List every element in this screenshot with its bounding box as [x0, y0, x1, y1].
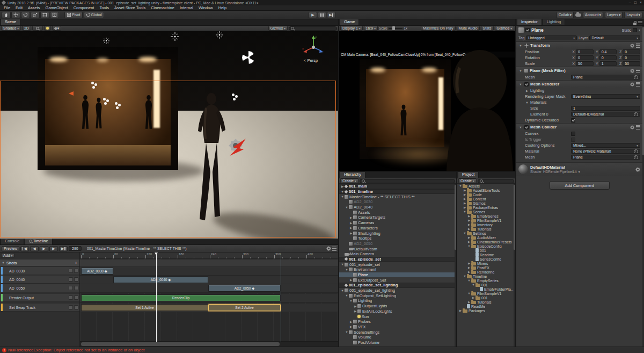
tag-dropdown[interactable]: Untagged▾ — [526, 35, 577, 40]
project-item[interactable]: ▶Code — [457, 192, 515, 197]
hierarchy-item[interactable]: 001_episode_set — [339, 257, 456, 262]
object-picker-icon[interactable] — [634, 149, 638, 154]
character-silhouette[interactable] — [143, 93, 155, 131]
project-item[interactable]: 001 — [457, 248, 515, 253]
shading-mode-dropdown[interactable]: Shaded▾ — [1, 26, 21, 31]
timeline-play-button[interactable]: ▶ — [40, 246, 48, 251]
vector-field[interactable]: 0 — [599, 55, 617, 60]
tab-game[interactable]: Game — [340, 19, 359, 25]
physic-material-field[interactable]: None (Physic Material) — [571, 149, 640, 154]
timeline-track-header[interactable]: Set Swap Track — [0, 304, 79, 312]
timeline-track-header[interactable]: AD_0050 — [0, 284, 79, 292]
timeline-track-header[interactable]: AD_0040 — [0, 276, 79, 284]
menu-gameobject[interactable]: GameObject — [43, 5, 71, 11]
close-button[interactable]: × — [640, 0, 642, 5]
project-item[interactable]: ▶Packages — [457, 308, 515, 313]
mute-icon[interactable] — [69, 305, 73, 309]
vector-field[interactable]: 0 — [623, 49, 640, 54]
hierarchy-tree[interactable]: ▶001_main▼001_timeline▼MasterTimeline - … — [339, 184, 456, 347]
active-checkbox[interactable] — [525, 28, 530, 32]
component-enabled-checkbox[interactable] — [524, 125, 529, 129]
scene-viewport[interactable]: y x < Persp — [0, 31, 338, 239]
fold-icon[interactable]: ▼ — [471, 283, 475, 286]
fold-icon[interactable]: ▶ — [349, 216, 353, 219]
project-item[interactable]: EmptyFolderPlaceholder — [457, 287, 515, 291]
convex-checkbox[interactable] — [571, 132, 575, 136]
settings-gizmo-icon[interactable] — [224, 136, 248, 158]
lock-icon[interactable] — [74, 296, 78, 300]
timeline-clip[interactable]: Set 1 Active — [81, 304, 208, 311]
minimize-button[interactable]: – — [629, 0, 631, 5]
vector-field[interactable]: 0 — [576, 49, 594, 54]
inspector-menu-icon[interactable] — [638, 21, 642, 25]
project-item[interactable]: Readme — [457, 253, 515, 257]
hierarchy-item[interactable]: ▶001_main — [339, 184, 456, 189]
vfx-gizmo-icon[interactable] — [241, 51, 255, 64]
hierarchy-item[interactable]: ▼MasterTimeline - ** SELECT THIS ** — [339, 194, 456, 199]
hierarchy-item[interactable]: ▶Probes — [339, 319, 456, 325]
main-character-silhouette[interactable] — [189, 91, 234, 229]
add-clip-button[interactable]: + — [75, 261, 78, 265]
hierarchy-item[interactable]: ▶ExtOutpost_Set — [339, 277, 456, 283]
timeline-clip-area[interactable]: 060120180240300360420 AD2_0030 ◆AD2_0040… — [80, 253, 338, 347]
mute-icon[interactable] — [69, 296, 73, 300]
mesh-renderer-component-header[interactable]: ▼ Mesh Renderer — [516, 80, 642, 88]
project-item[interactable]: ▶Content — [457, 197, 515, 201]
component-enabled-checkbox[interactable] — [524, 82, 529, 87]
display-dropdown[interactable]: Display 1▾ — [340, 26, 363, 31]
timeline-clip[interactable]: AD2_0040 ◆ — [113, 276, 208, 283]
next-frame-button[interactable]: ▶ — [49, 246, 58, 251]
vector-field[interactable]: 0.4 — [599, 49, 617, 54]
layers-dropdown[interactable]: Layers▾ — [605, 12, 623, 18]
light-gizmo-cluster[interactable] — [232, 93, 235, 96]
light-gizmo-icon[interactable] — [216, 31, 223, 39]
tab-lighting[interactable]: Lighting — [543, 19, 565, 25]
hierarchy-item[interactable]: ▼001_timeline — [339, 189, 456, 194]
mesh-collider-component-header[interactable]: ▼ Mesh Collider — [516, 123, 642, 131]
project-item[interactable]: ▶FilmSampleV1 — [457, 218, 515, 222]
menu-window[interactable]: Window — [196, 5, 216, 11]
gear-icon[interactable] — [630, 82, 634, 87]
vector-field[interactable]: 50 — [576, 61, 594, 66]
tab-scene[interactable]: Scene — [1, 19, 20, 25]
project-item[interactable]: ▶PostFX — [457, 265, 515, 270]
fold-icon[interactable]: ▶ — [349, 325, 353, 328]
layout-dropdown[interactable]: Layout▾ — [624, 12, 642, 18]
lighting-toggle[interactable] — [44, 26, 51, 31]
go-to-start-button[interactable]: ◀ — [20, 246, 29, 251]
vector-field[interactable]: 50 — [623, 61, 640, 66]
project-tree[interactable]: ▼Assets▶AssetStoreTools▶Code▶Content▶Giz… — [457, 184, 515, 347]
project-item[interactable]: ▼Settings — [457, 231, 515, 235]
mute-icon[interactable] — [69, 269, 73, 273]
timeline-horizontal-scrollbar[interactable] — [80, 341, 338, 347]
fold-icon[interactable]: ▶ — [467, 262, 471, 265]
spotlight-gizmo-icon[interactable] — [69, 91, 74, 96]
scene-search-input[interactable] — [289, 26, 337, 31]
hierarchy-item[interactable]: Main Camera — [339, 251, 456, 257]
fold-icon[interactable]: ▼ — [340, 195, 345, 198]
project-item[interactable]: ▶Rendering — [457, 270, 515, 274]
project-item[interactable]: ▼EpisodeConfig — [457, 244, 515, 248]
project-item[interactable]: ▼001 — [457, 283, 515, 287]
fold-icon[interactable]: ▶ — [467, 240, 471, 243]
layer-mask-dropdown[interactable]: Everything▾ — [571, 94, 640, 99]
rect-tool-button[interactable] — [40, 12, 49, 18]
fold-icon[interactable]: ▶ — [525, 89, 529, 92]
maximize-button[interactable]: □ — [634, 0, 636, 5]
hierarchy-item[interactable]: ▶ShotLighting — [339, 230, 456, 236]
light-gizmo-cluster[interactable] — [103, 98, 106, 100]
project-search-input[interactable] — [478, 179, 514, 183]
static-dropdown-icon[interactable]: ▾ — [639, 28, 640, 32]
fold-icon[interactable]: ▼ — [467, 292, 471, 295]
fold-icon[interactable]: ▶ — [349, 221, 353, 225]
project-item[interactable]: ▼Assets — [457, 184, 515, 188]
tab-inspector[interactable]: Inspector — [517, 19, 542, 25]
timeline-add-track-button[interactable]: Add▾ — [1, 253, 14, 258]
mute-icon[interactable] — [69, 286, 73, 290]
set-room[interactable] — [38, 47, 178, 170]
project-item[interactable]: ▼EmptySeries — [457, 278, 515, 283]
fold-icon[interactable]: ▼ — [467, 279, 471, 282]
audio-toggle[interactable] — [32, 26, 43, 31]
project-item[interactable]: ▶001 — [457, 296, 515, 300]
fold-icon[interactable]: ▶ — [467, 300, 471, 304]
